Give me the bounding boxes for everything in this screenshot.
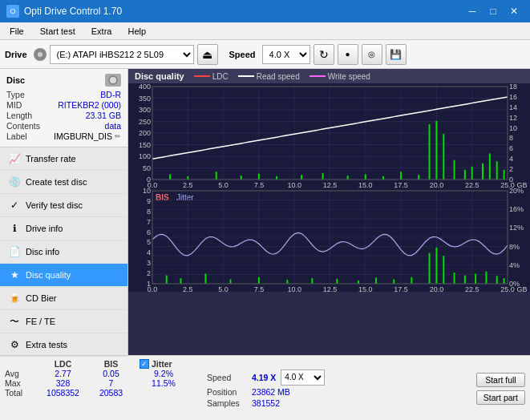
transfer-rate-icon: 📈 — [8, 152, 21, 165]
minimize-button[interactable]: ─ — [463, 3, 482, 19]
start-full-button[interactable]: Start full — [476, 373, 525, 387]
extra-tests-icon: ⚙ — [8, 338, 21, 351]
nav-list: 📈 Transfer rate 💿 Create test disc ✓ Ver… — [0, 147, 127, 357]
disc-mid-row: MID RITEKBR2 (000) — [6, 100, 121, 110]
drive-info-icon: ℹ — [8, 222, 21, 235]
analyze-button[interactable]: ◎ — [362, 44, 382, 65]
fe-te-icon: 〜 — [8, 315, 21, 328]
read-speed-color — [238, 75, 254, 77]
position-value: 23862 MB — [252, 387, 290, 397]
speed-label: Speed — [229, 50, 256, 59]
ldc-avg: 2.77 — [37, 369, 89, 378]
charts-area — [128, 83, 530, 355]
start-buttons: Start full Start part — [476, 359, 525, 418]
main-area: Disc Type BD-R MID RITEKBR2 (000) Length… — [0, 69, 530, 355]
menu-start-test[interactable]: Start test — [34, 25, 82, 38]
create-test-disc-icon: 💿 — [8, 176, 21, 188]
samples-value: 381552 — [252, 398, 280, 408]
ldc-total: 1058352 — [37, 388, 89, 398]
toolbar: Drive (E:) ATAPI iHBS212 2 5L09 ⏏ Speed … — [0, 40, 530, 69]
drive-icon — [34, 48, 47, 61]
sidebar-item-fe-te[interactable]: 〜 FE / TE — [0, 310, 127, 333]
sidebar-item-extra-tests[interactable]: ⚙ Extra tests — [0, 333, 127, 357]
sidebar-item-create-test-disc[interactable]: 💿 Create test disc — [0, 171, 127, 194]
sidebar-item-transfer-rate[interactable]: 📈 Transfer rate — [0, 147, 127, 171]
disc-quality-icon: ★ — [8, 269, 21, 281]
avg-label: Avg — [5, 369, 37, 378]
jitter-header: ✓ Jitter — [140, 359, 172, 369]
speed-info-value: 4.19 X — [252, 373, 276, 382]
bis-avg: 0.05 — [89, 369, 133, 378]
ldc-header: LDC — [37, 359, 89, 369]
legend-ldc: LDC — [194, 72, 229, 81]
record-button[interactable]: ● — [338, 44, 358, 65]
drive-label: Drive — [5, 50, 27, 59]
speed-info-label: Speed — [207, 373, 247, 382]
speed-info-select[interactable]: 4.0 X — [281, 370, 325, 386]
menu-file[interactable]: File — [3, 25, 30, 38]
bis-max: 7 — [89, 378, 133, 388]
drive-select[interactable]: (E:) ATAPI iHBS212 2 5L09 — [50, 45, 194, 64]
sidebar-item-disc-quality[interactable]: ★ Disc quality — [0, 264, 127, 287]
stats-table: LDC BIS ✓ Jitter Avg 2.77 0.05 9.2% Max … — [5, 359, 188, 418]
start-part-button[interactable]: Start part — [476, 390, 525, 405]
bottom-chart — [128, 188, 530, 292]
stats-total-row: Total 1058352 20583 — [5, 388, 188, 398]
disc-panel-title: Disc — [6, 75, 25, 85]
chart-title: Disc quality — [135, 71, 184, 81]
speed-row: Speed 4.19 X 4.0 X — [207, 370, 325, 386]
speed-select[interactable]: 4.0 X — [262, 45, 310, 64]
chart-content: Disc quality LDC Read speed Write speed — [128, 69, 530, 355]
close-button[interactable]: ✕ — [504, 3, 524, 19]
max-label: Max — [5, 378, 37, 388]
jitter-max: 11.5% — [140, 378, 188, 388]
bis-total: 20583 — [89, 388, 133, 398]
save-button[interactable]: 💾 — [386, 44, 407, 65]
disc-panel: Disc Type BD-R MID RITEKBR2 (000) Length… — [0, 69, 127, 147]
disc-panel-icon — [105, 74, 121, 87]
samples-row: Samples 381552 — [207, 398, 325, 408]
top-chart — [128, 83, 530, 188]
cd-bier-icon: 🍺 — [8, 292, 21, 305]
speed-position-info: Speed 4.19 X 4.0 X Position 23862 MB Sam… — [207, 359, 325, 418]
app-title: Opti Drive Control 1.70 — [24, 6, 122, 17]
ldc-max: 328 — [37, 378, 89, 388]
jitter-checkbox[interactable]: ✓ — [140, 359, 149, 369]
sidebar: Disc Type BD-R MID RITEKBR2 (000) Length… — [0, 69, 128, 355]
bis-header: BIS — [89, 359, 133, 369]
menu-extra[interactable]: Extra — [85, 25, 119, 38]
stats-avg-row: Avg 2.77 0.05 9.2% — [5, 369, 188, 378]
stats-header-row: LDC BIS ✓ Jitter — [5, 359, 188, 369]
title-bar: O Opti Drive Control 1.70 ─ □ ✕ — [0, 0, 530, 22]
sidebar-item-verify-test-disc[interactable]: ✓ Verify test disc — [0, 194, 127, 217]
disc-info-icon: 📄 — [8, 245, 21, 258]
chart-header: Disc quality LDC Read speed Write speed — [128, 69, 530, 83]
disc-type-row: Type BD-R — [6, 90, 121, 99]
sidebar-item-drive-info[interactable]: ℹ Drive info — [0, 217, 127, 240]
disc-label-row: Label IMGBURN_DIS ✏ — [6, 131, 121, 141]
refresh-button[interactable]: ↻ — [314, 44, 334, 65]
app-icon: O — [6, 5, 19, 18]
jitter-avg: 9.2% — [140, 369, 188, 378]
samples-label: Samples — [207, 398, 247, 408]
stats-max-row: Max 328 7 11.5% — [5, 378, 188, 388]
position-label: Position — [207, 387, 247, 397]
eject-button[interactable]: ⏏ — [197, 44, 218, 65]
ldc-color — [194, 75, 210, 77]
menu-help[interactable]: Help — [121, 25, 152, 38]
total-label: Total — [5, 388, 37, 398]
menu-bar: File Start test Extra Help — [0, 22, 530, 40]
jitter-label: Jitter — [152, 359, 172, 369]
legend-read-speed: Read speed — [238, 72, 300, 81]
disc-length-row: Length 23.31 GB — [6, 111, 121, 120]
position-row: Position 23862 MB — [207, 387, 325, 397]
write-speed-color — [310, 75, 326, 77]
disc-contents-row: Contents data — [6, 121, 121, 131]
verify-test-disc-icon: ✓ — [8, 199, 21, 212]
sidebar-item-cd-bier[interactable]: 🍺 CD Bier — [0, 287, 127, 310]
legend-write-speed: Write speed — [310, 72, 370, 81]
maximize-button[interactable]: □ — [483, 3, 503, 19]
sidebar-item-disc-info[interactable]: 📄 Disc info — [0, 240, 127, 264]
stats-bar: LDC BIS ✓ Jitter Avg 2.77 0.05 9.2% Max … — [0, 355, 530, 420]
